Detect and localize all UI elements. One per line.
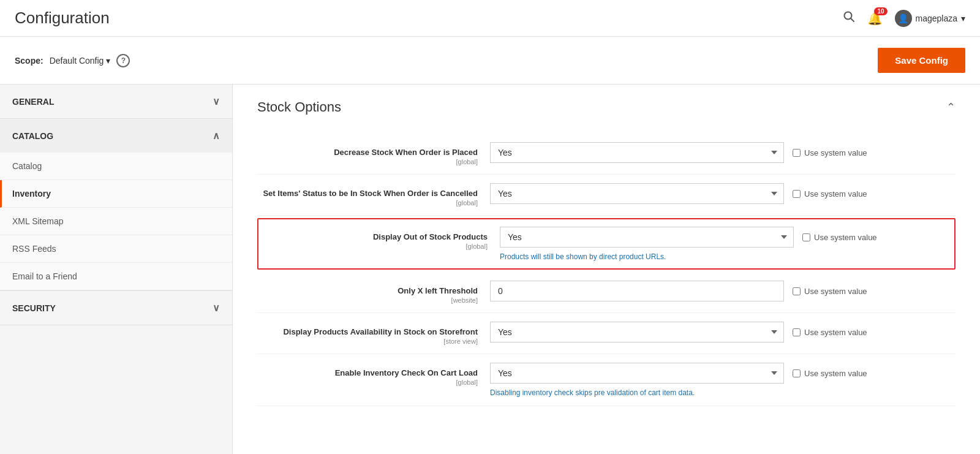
sidebar-section-header-catalog[interactable]: CATALOG ∧ bbox=[0, 119, 232, 153]
config-row-enable-inventory-check: Enable Inventory Check On Cart Load [glo… bbox=[257, 354, 956, 406]
use-system-wrap-enable-inventory-check: Use system value bbox=[793, 369, 884, 378]
user-menu[interactable]: 👤 mageplaza ▾ bbox=[895, 10, 966, 27]
save-config-button[interactable]: Save Config bbox=[878, 48, 965, 73]
use-system-checkbox-decrease-stock[interactable] bbox=[793, 149, 801, 157]
config-control-decrease-stock: Yes No Use system value bbox=[490, 142, 956, 163]
scope-select[interactable]: Default Config ▾ bbox=[50, 56, 111, 66]
sidebar-item-xml-sitemap[interactable]: XML Sitemap bbox=[0, 208, 232, 235]
scope-bar: Scope: Default Config ▾ ? Save Config bbox=[0, 37, 980, 85]
config-select-wrap-display-products-availability: Yes No Use system value bbox=[490, 322, 956, 342]
help-icon[interactable]: ? bbox=[116, 54, 130, 67]
use-system-label-display-products-availability: Use system value bbox=[804, 328, 867, 337]
scope-value: Default Config bbox=[50, 56, 104, 66]
config-label-display-out-of-stock: Display Out of Stock Products [global] bbox=[267, 227, 500, 250]
config-control-display-out-of-stock: Yes No Use system value Products will st… bbox=[500, 227, 946, 261]
section-collapse-button[interactable]: ⌃ bbox=[946, 100, 956, 114]
config-label-scope-display-out-of-stock: [global] bbox=[267, 243, 488, 250]
config-select-wrap-decrease-stock: Yes No Use system value bbox=[490, 142, 956, 163]
use-system-label-display-out-of-stock: Use system value bbox=[814, 233, 877, 242]
config-note-enable-inventory-check: Disabling inventory check skips pre vali… bbox=[490, 388, 956, 397]
section-title: Stock Options bbox=[257, 99, 341, 115]
use-system-label-enable-inventory-check: Use system value bbox=[804, 369, 867, 378]
config-label-text-decrease-stock: Decrease Stock When Order is Placed bbox=[334, 148, 478, 157]
use-system-checkbox-enable-inventory-check[interactable] bbox=[793, 369, 801, 377]
scope-label: Scope: bbox=[15, 56, 43, 66]
use-system-checkbox-set-items-status[interactable] bbox=[793, 190, 801, 198]
header-right: 🔔 10 👤 mageplaza ▾ bbox=[843, 10, 966, 27]
sidebar-section-catalog: CATALOG ∧ Catalog Inventory XML Sitemap … bbox=[0, 119, 232, 291]
config-input-only-x-left[interactable] bbox=[490, 281, 784, 301]
use-system-label-decrease-stock: Use system value bbox=[804, 148, 867, 157]
sidebar: GENERAL ∨ CATALOG ∧ Catalog Inventory XM… bbox=[0, 85, 233, 454]
config-control-enable-inventory-check: Yes No Use system value Disabling invent… bbox=[490, 363, 956, 397]
top-header: Configuration 🔔 10 👤 mageplaza ▾ bbox=[0, 0, 980, 37]
sidebar-item-email-friend[interactable]: Email to a Friend bbox=[0, 263, 232, 290]
config-label-scope-display-products-availability: [store view] bbox=[257, 338, 478, 345]
sidebar-section-label-catalog: CATALOG bbox=[12, 131, 53, 141]
config-label-only-x-left: Only X left Threshold [website] bbox=[257, 281, 490, 304]
sidebar-item-rss-feeds[interactable]: RSS Feeds bbox=[0, 235, 232, 263]
config-label-text-set-items-status: Set Items' Status to be In Stock When Or… bbox=[263, 189, 478, 198]
username-label: mageplaza bbox=[916, 13, 958, 23]
config-label-text-display-out-of-stock: Display Out of Stock Products bbox=[373, 232, 488, 241]
sidebar-section-header-security[interactable]: SECURITY ∨ bbox=[0, 291, 232, 325]
use-system-checkbox-display-out-of-stock[interactable] bbox=[802, 233, 810, 241]
config-label-text-only-x-left: Only X left Threshold bbox=[398, 286, 478, 295]
config-control-set-items-status: Yes No Use system value bbox=[490, 183, 956, 204]
config-label-scope-enable-inventory-check: [global] bbox=[257, 379, 478, 386]
user-menu-chevron-icon: ▾ bbox=[961, 13, 965, 23]
sidebar-catalog-items: Catalog Inventory XML Sitemap RSS Feeds … bbox=[0, 153, 232, 290]
config-label-decrease-stock: Decrease Stock When Order is Placed [glo… bbox=[257, 142, 490, 165]
config-control-only-x-left: Use system value bbox=[490, 281, 956, 301]
config-select-wrap-only-x-left: Use system value bbox=[490, 281, 956, 301]
config-row-display-out-of-stock: Display Out of Stock Products [global] Y… bbox=[257, 218, 956, 270]
use-system-wrap-decrease-stock: Use system value bbox=[793, 148, 884, 157]
config-label-enable-inventory-check: Enable Inventory Check On Cart Load [glo… bbox=[257, 363, 490, 386]
config-label-text-display-products-availability: Display Products Availability in Stock o… bbox=[283, 327, 478, 336]
config-row-only-x-left: Only X left Threshold [website] Use syst… bbox=[257, 272, 956, 313]
use-system-wrap-display-products-availability: Use system value bbox=[793, 328, 884, 337]
config-label-display-products-availability: Display Products Availability in Stock o… bbox=[257, 322, 490, 345]
notification-badge: 10 bbox=[874, 7, 887, 15]
config-label-scope-only-x-left: [website] bbox=[257, 297, 478, 304]
sidebar-item-catalog[interactable]: Catalog bbox=[0, 153, 232, 180]
config-note-display-out-of-stock: Products will still be shown by direct p… bbox=[500, 252, 946, 261]
svg-line-1 bbox=[851, 18, 854, 21]
use-system-checkbox-display-products-availability[interactable] bbox=[793, 328, 801, 336]
config-table: Decrease Stock When Order is Placed [glo… bbox=[257, 134, 956, 406]
search-button[interactable] bbox=[843, 10, 855, 26]
sidebar-section-label-security: SECURITY bbox=[12, 303, 56, 313]
use-system-wrap-set-items-status: Use system value bbox=[793, 189, 884, 199]
sidebar-section-security: SECURITY ∨ bbox=[0, 291, 232, 325]
config-control-display-products-availability: Yes No Use system value bbox=[490, 322, 956, 342]
chevron-down-icon-security: ∨ bbox=[213, 302, 220, 314]
use-system-checkbox-only-x-left[interactable] bbox=[793, 287, 801, 295]
section-header: Stock Options ⌃ bbox=[257, 99, 956, 115]
content-area: Stock Options ⌃ Decrease Stock When Orde… bbox=[233, 85, 980, 454]
notification-button[interactable]: 🔔 10 bbox=[867, 11, 883, 26]
user-avatar-icon: 👤 bbox=[895, 10, 912, 27]
sidebar-section-header-general[interactable]: GENERAL ∨ bbox=[0, 85, 232, 118]
config-select-decrease-stock[interactable]: Yes No bbox=[490, 142, 784, 163]
config-row-set-items-status: Set Items' Status to be In Stock When Or… bbox=[257, 175, 956, 216]
config-label-set-items-status: Set Items' Status to be In Stock When Or… bbox=[257, 183, 490, 206]
sidebar-item-inventory[interactable]: Inventory bbox=[0, 180, 232, 208]
main-layout: GENERAL ∨ CATALOG ∧ Catalog Inventory XM… bbox=[0, 85, 980, 454]
config-select-wrap-set-items-status: Yes No Use system value bbox=[490, 183, 956, 204]
config-row-decrease-stock: Decrease Stock When Order is Placed [glo… bbox=[257, 134, 956, 175]
use-system-wrap-display-out-of-stock: Use system value bbox=[802, 233, 894, 242]
config-select-wrap-display-out-of-stock: Yes No Use system value bbox=[500, 227, 946, 248]
config-label-scope-set-items-status: [global] bbox=[257, 199, 478, 206]
config-select-set-items-status[interactable]: Yes No bbox=[490, 183, 784, 204]
scope-dropdown-icon: ▾ bbox=[106, 56, 110, 66]
page-title: Configuration bbox=[15, 9, 110, 28]
config-select-display-out-of-stock[interactable]: Yes No bbox=[500, 227, 794, 248]
config-row-display-products-availability: Display Products Availability in Stock o… bbox=[257, 313, 956, 354]
chevron-up-icon-catalog: ∧ bbox=[213, 130, 220, 142]
config-select-enable-inventory-check[interactable]: Yes No bbox=[490, 363, 784, 384]
sidebar-section-label-general: GENERAL bbox=[12, 97, 54, 107]
use-system-label-set-items-status: Use system value bbox=[804, 189, 867, 199]
config-select-display-products-availability[interactable]: Yes No bbox=[490, 322, 784, 342]
config-label-text-enable-inventory-check: Enable Inventory Check On Cart Load bbox=[335, 368, 478, 377]
config-label-scope-decrease-stock: [global] bbox=[257, 158, 478, 165]
